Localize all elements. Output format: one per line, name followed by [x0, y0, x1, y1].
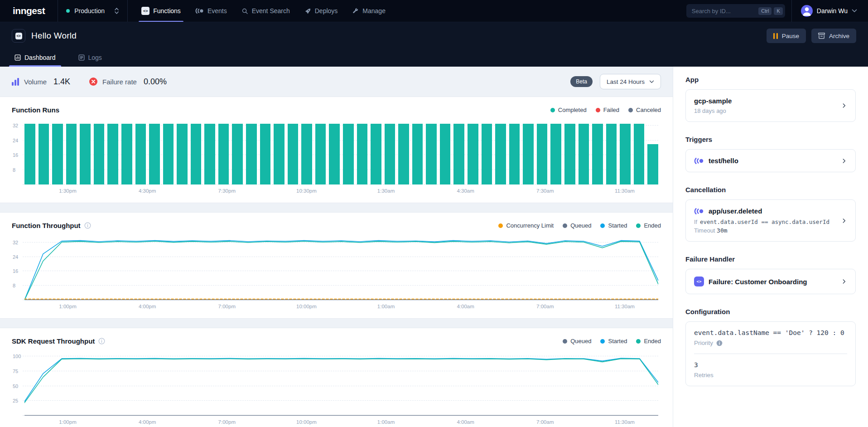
bar[interactable] [468, 124, 478, 184]
legend-dot [550, 108, 555, 112]
archive-icon [818, 33, 825, 39]
bar[interactable] [482, 124, 492, 184]
x-axis-label: 7:00am [536, 419, 554, 425]
event-pulse-icon [694, 208, 704, 215]
bar[interactable] [509, 124, 520, 184]
user-name: Darwin Wu [817, 7, 848, 15]
bar[interactable] [274, 124, 285, 184]
primary-nav: <> Functions Events Event Search Deploys [134, 0, 393, 22]
trigger-card[interactable]: test/hello [685, 149, 856, 172]
bar[interactable] [592, 124, 603, 184]
bar[interactable] [453, 124, 464, 184]
global-search[interactable]: Ctrl K [686, 4, 785, 18]
nav-item-deploys[interactable]: Deploys [297, 0, 345, 22]
pause-icon [773, 33, 778, 39]
nav-item-events[interactable]: Events [188, 0, 234, 22]
legend-label: Concurrency Limit [506, 222, 554, 229]
failure-x-icon [89, 78, 97, 86]
legend-label: Ended [644, 338, 661, 345]
legend-item: Ended [636, 222, 661, 229]
if-label: If [694, 219, 697, 225]
user-menu[interactable]: Darwin Wu [791, 0, 868, 22]
triggers-section: Triggers test/hello [685, 136, 856, 172]
bar[interactable] [495, 124, 506, 184]
cancellation-card[interactable]: app/user.deleted If event.data.userId ==… [685, 199, 856, 242]
bar[interactable] [440, 124, 451, 184]
failure-rate-label: Failure rate [102, 78, 137, 86]
bar[interactable] [412, 124, 423, 184]
function-code-icon: <> [12, 29, 25, 43]
legend-dot [600, 339, 605, 344]
failure-handler-card[interactable]: <> Failure: Customer Onboarding [685, 269, 856, 294]
nav-item-event-search[interactable]: Event Search [234, 0, 297, 22]
bar[interactable] [204, 124, 215, 184]
nav-item-functions[interactable]: <> Functions [134, 0, 188, 22]
x-axis-label: 10:30pm [296, 188, 317, 194]
pause-button[interactable]: Pause [767, 29, 806, 43]
bar[interactable] [218, 124, 229, 184]
legend-label: Queued [570, 222, 591, 229]
bar[interactable] [149, 124, 160, 184]
info-icon[interactable] [84, 222, 91, 229]
kbd-ctrl: Ctrl [758, 7, 772, 15]
bar[interactable] [550, 124, 561, 184]
line-series [24, 353, 658, 416]
tab-dashboard[interactable]: Dashboard [12, 49, 58, 67]
bar[interactable] [24, 124, 35, 184]
app-card[interactable]: gcp-sample 18 days ago [685, 89, 856, 122]
bar[interactable] [107, 124, 118, 184]
nav-item-manage[interactable]: Manage [345, 0, 393, 22]
bar[interactable] [288, 124, 299, 184]
bar[interactable] [121, 124, 132, 184]
configuration-section: Configuration event.data.lastName == 'Do… [685, 308, 856, 386]
series-ended [24, 359, 658, 403]
bar[interactable] [191, 124, 202, 184]
bar[interactable] [620, 124, 631, 184]
bar[interactable] [537, 124, 548, 184]
bar[interactable] [163, 124, 174, 184]
search-input[interactable] [692, 8, 757, 15]
bar[interactable] [52, 124, 63, 184]
bar[interactable] [177, 124, 188, 184]
legend-item: Started [600, 222, 627, 229]
bar[interactable] [246, 124, 257, 184]
legend-label: Started [608, 222, 627, 229]
bar[interactable] [523, 124, 534, 184]
bar[interactable] [647, 144, 658, 184]
chart-title: SDK Request Throughput [12, 337, 95, 345]
bar[interactable] [260, 124, 271, 184]
bar[interactable] [398, 124, 409, 184]
bar[interactable] [357, 124, 368, 184]
chart-legend: Concurrency LimitQueuedStartedEnded [498, 222, 661, 229]
bar[interactable] [39, 124, 49, 184]
kbd-k: K [774, 7, 782, 15]
bar[interactable] [634, 124, 645, 184]
bar[interactable] [371, 124, 381, 184]
bar[interactable] [94, 124, 105, 184]
environment-selector[interactable]: Production [58, 0, 128, 22]
bar[interactable] [343, 124, 354, 184]
bar[interactable] [232, 124, 243, 184]
bar[interactable] [329, 124, 340, 184]
bar[interactable] [315, 124, 326, 184]
bar[interactable] [66, 124, 77, 184]
series-ended [24, 241, 658, 300]
bar[interactable] [606, 124, 617, 184]
bar[interactable] [564, 124, 575, 184]
tab-logs[interactable]: Logs [76, 49, 105, 67]
function-runs-panel: Function Runs CompletedFailedCanceled 81… [0, 97, 673, 203]
bar[interactable] [135, 124, 146, 184]
time-range-select[interactable]: Last 24 Hours [600, 74, 661, 89]
archive-button[interactable]: Archive [811, 29, 856, 43]
info-icon[interactable] [98, 338, 105, 345]
info-icon[interactable] [716, 340, 723, 346]
bar[interactable] [80, 124, 91, 184]
bar[interactable] [385, 124, 395, 184]
priority-label: Priority [694, 340, 713, 346]
bar[interactable] [301, 124, 312, 184]
y-axis-tick: 8 [13, 167, 15, 173]
avatar [801, 5, 813, 17]
bar[interactable] [579, 124, 589, 184]
bar[interactable] [426, 124, 437, 184]
y-axis-tick: 100 [13, 354, 21, 359]
